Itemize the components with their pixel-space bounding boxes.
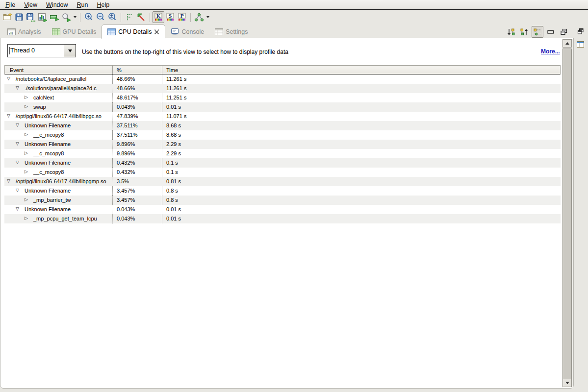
- percent-cell: 48.66%: [112, 74, 162, 84]
- vertical-scrollbar[interactable]: [562, 39, 573, 388]
- expand-arrow-icon[interactable]: ▷: [25, 95, 28, 99]
- event-label: Unknown Filename: [4, 186, 71, 196]
- column-header-time[interactable]: Time: [162, 66, 560, 74]
- p-view-icon[interactable]: P: [176, 11, 188, 23]
- table-row[interactable]: ▽ /notebooks/C/laplace_parallel 48.66% 1…: [4, 74, 561, 84]
- table-header: Event % Time: [4, 65, 561, 74]
- table-row[interactable]: ▷ __c_mcopy8 9.896% 2.29 s: [4, 149, 561, 158]
- new-session-icon[interactable]: [1, 11, 13, 23]
- expand-arrow-icon[interactable]: ▽: [16, 160, 19, 165]
- expand-arrow-icon[interactable]: ▽: [16, 122, 19, 127]
- close-icon[interactable]: [154, 29, 159, 35]
- analyze-icon[interactable]: [60, 11, 72, 23]
- event-cell: ▷ swap: [4, 102, 112, 112]
- toolbar-separator: [150, 13, 150, 22]
- expand-arrow-icon[interactable]: ▷: [25, 150, 28, 155]
- table-row[interactable]: ▽ /opt/pgi/linux86-64/17.4/lib/libpgc.so…: [4, 112, 561, 121]
- percent-cell: 0.043%: [112, 102, 162, 112]
- tab-gpu-details[interactable]: GPU Details: [47, 25, 102, 38]
- percent-cell: 3.5%: [112, 177, 162, 186]
- k-view-icon[interactable]: K: [153, 11, 164, 23]
- restore-view-icon[interactable]: [576, 27, 586, 36]
- bottom-up-view-icon[interactable]: [518, 26, 530, 38]
- minimized-view-icon[interactable]: [575, 40, 585, 49]
- cpu-details-view: Thread 0 Use the buttons on the top-righ…: [0, 38, 574, 389]
- thread-selector-dropdown-button[interactable]: [64, 45, 76, 57]
- table-row[interactable]: ▽ /opt/pgi/linux86-64/17.4/lib/libpgmp.s…: [4, 177, 561, 186]
- toolbar-separator: [190, 13, 191, 22]
- arrow-up-icon: [565, 42, 569, 45]
- marker-f-icon[interactable]: [124, 11, 135, 23]
- time-cell: 8.68 s: [162, 130, 561, 140]
- expand-arrow-icon[interactable]: ▽: [16, 206, 19, 211]
- event-cell: ▽ /opt/pgi/linux86-64/17.4/lib/libpgmp.s…: [4, 177, 112, 186]
- expand-arrow-icon[interactable]: ▽: [16, 141, 19, 146]
- zoom-in-icon[interactable]: [83, 11, 95, 23]
- more-link[interactable]: More...: [541, 48, 560, 55]
- menu-run[interactable]: Run: [73, 0, 93, 9]
- table-row[interactable]: ▽ Unknown Filename 0.432% 0.1 s: [4, 158, 561, 168]
- menu-file[interactable]: File: [1, 0, 20, 9]
- expand-arrow-icon[interactable]: ▽: [7, 76, 10, 81]
- profile-table: Event % Time ▽ /notebooks/C/laplace_para…: [4, 65, 561, 223]
- call-tree-icon[interactable]: [193, 11, 205, 23]
- thread-selector[interactable]: Thread 0: [7, 44, 76, 57]
- tab-label: Analysis: [18, 28, 41, 35]
- maximize-view-icon[interactable]: [558, 26, 570, 38]
- event-label: __c_mcopy8: [4, 130, 64, 140]
- expand-arrow-icon[interactable]: ▽: [7, 113, 10, 118]
- table-row[interactable]: ▽ Unknown Filename 0.043% 0.01 s: [4, 205, 561, 214]
- s-view-icon[interactable]: S: [164, 11, 176, 23]
- zoom-out-icon[interactable]: [95, 11, 106, 23]
- table-row[interactable]: ▷ calcNext 48.617% 11.251 s: [4, 93, 561, 102]
- time-cell: 8.68 s: [162, 121, 561, 130]
- tab-analysis[interactable]: Analysis: [2, 25, 47, 38]
- table-row[interactable]: ▷ swap 0.043% 0.01 s: [4, 102, 561, 112]
- save-icon[interactable]: [13, 11, 25, 23]
- toolbar-separator: [121, 13, 121, 22]
- reset-marker-icon[interactable]: [135, 11, 147, 23]
- flat-view-icon[interactable]: [532, 26, 543, 38]
- expand-arrow-icon[interactable]: ▽: [7, 178, 10, 183]
- table-row[interactable]: ▷ _mp_pcpu_get_team_lcpu 0.043% 0.01 s: [4, 214, 561, 223]
- table-row[interactable]: ▽ ./solutions/parallel/laplace2d.c 48.66…: [4, 84, 561, 93]
- column-header-event[interactable]: Event: [5, 66, 112, 74]
- table-row[interactable]: ▽ Unknown Filename 37.511% 8.68 s: [4, 121, 561, 130]
- expand-arrow-icon[interactable]: ▷: [25, 197, 28, 202]
- expand-arrow-icon[interactable]: ▽: [16, 188, 19, 193]
- profile-application-icon[interactable]: [37, 11, 49, 23]
- table-row[interactable]: ▷ __c_mcopy8 37.511% 8.68 s: [4, 130, 561, 140]
- menu-view[interactable]: View: [20, 0, 42, 9]
- analyze-dropdown-icon[interactable]: [72, 11, 77, 23]
- cpu-details-icon: [107, 28, 116, 35]
- tab-cpu-details[interactable]: CPU Details: [102, 24, 165, 39]
- menu-window[interactable]: Window: [42, 0, 72, 9]
- minimize-view-icon[interactable]: [545, 26, 557, 38]
- column-header-percent[interactable]: %: [112, 66, 162, 74]
- expand-arrow-icon[interactable]: ▽: [16, 85, 19, 90]
- time-cell: 11.071 s: [162, 112, 561, 121]
- tab-settings[interactable]: Settings: [209, 25, 253, 38]
- top-down-view-icon[interactable]: [505, 26, 517, 38]
- expand-arrow-icon[interactable]: ▷: [25, 132, 28, 137]
- table-row[interactable]: ▷ __c_mcopy8 0.432% 0.1 s: [4, 168, 561, 177]
- expand-arrow-icon[interactable]: ▷: [25, 169, 28, 174]
- call-tree-dropdown-icon[interactable]: [205, 11, 210, 23]
- scrollbar-thumb[interactable]: [562, 49, 572, 380]
- event-label: /opt/pgi/linux86-64/17.4/lib/libpgc.so: [4, 112, 102, 121]
- table-row[interactable]: ▷ _mp_barrier_tw 3.457% 0.8 s: [4, 196, 561, 205]
- zoom-fit-icon[interactable]: [106, 11, 118, 23]
- chevron-down-icon: [68, 49, 72, 52]
- event-cell: ▽ Unknown Filename: [4, 205, 112, 214]
- timeline-icon[interactable]: [49, 11, 60, 23]
- save-all-icon[interactable]: [25, 11, 37, 23]
- scroll-down-button[interactable]: [562, 379, 572, 387]
- tab-console[interactable]: Console: [165, 25, 209, 38]
- expand-arrow-icon[interactable]: ▷: [25, 216, 28, 220]
- scroll-up-button[interactable]: [562, 39, 572, 48]
- table-row[interactable]: ▽ Unknown Filename 3.457% 0.8 s: [4, 186, 561, 196]
- expand-arrow-icon[interactable]: ▷: [25, 104, 28, 109]
- menu-help[interactable]: Help: [92, 0, 114, 9]
- event-cell: ▷ __c_mcopy8: [4, 149, 112, 158]
- table-row[interactable]: ▽ Unknown Filename 9.896% 2.29 s: [4, 140, 561, 149]
